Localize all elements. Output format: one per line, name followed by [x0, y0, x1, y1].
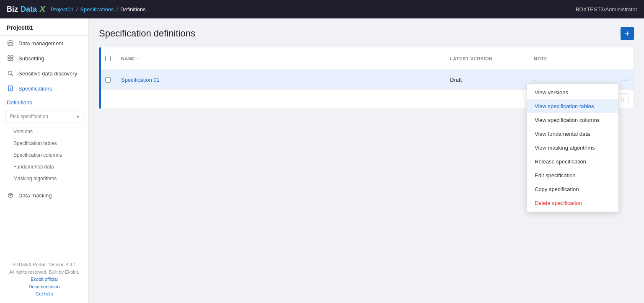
- sidebar-sub-specification-columns[interactable]: Specification columns: [0, 149, 88, 161]
- select-all-checkbox[interactable]: [105, 56, 111, 61]
- logo-x-text: X: [39, 4, 46, 15]
- header-latest-version: LATEST VERSION: [445, 52, 529, 65]
- context-menu-copy-specification[interactable]: Copy specification: [527, 182, 618, 196]
- breadcrumb: Project01 / Specifications / Definitions: [51, 6, 146, 13]
- row-checkbox-cell[interactable]: [99, 73, 116, 87]
- main-content: Specification definitions + NAME ↑ LATES…: [89, 18, 644, 303]
- context-menu-view-masking-algorithms[interactable]: View masking algorithms: [527, 141, 618, 155]
- page-header: Specification definitions +: [99, 27, 634, 40]
- topbar-user: BDXTEST3\Administrator: [576, 6, 637, 13]
- sidebar-item-data-masking[interactable]: Data masking: [0, 188, 88, 203]
- sidebar-item-specifications[interactable]: Specifications: [0, 81, 88, 96]
- topbar-left: BizDataX Project01 / Specifications / De…: [7, 4, 146, 15]
- sidebar-item-subsetting[interactable]: Subsetting: [0, 51, 88, 66]
- mask-icon: [7, 192, 14, 199]
- breadcrumb-project[interactable]: Project01: [51, 6, 74, 13]
- layout: Project01 Data management Subsetting Sen…: [0, 18, 644, 303]
- svg-rect-4: [11, 59, 13, 61]
- sidebar-sub-masking-algorithms[interactable]: Masking algorithms: [0, 173, 88, 184]
- logo-data-text: Data: [21, 5, 37, 14]
- sidebar-sub-versions[interactable]: Versions: [0, 126, 88, 137]
- sidebar-sub-fundamental-data[interactable]: Fundamental data: [0, 161, 88, 173]
- header-checkbox-cell[interactable]: [99, 52, 116, 65]
- sidebar-footer: BizDataX Portal - Version 4.3.1 All righ…: [0, 256, 88, 303]
- svg-line-6: [12, 75, 13, 76]
- svg-point-12: [10, 195, 11, 196]
- row-latest-version: Draft: [445, 73, 529, 87]
- breadcrumb-sep1: /: [76, 6, 78, 13]
- table-header-row: NAME ↑ LATEST VERSION NOTE: [99, 47, 634, 70]
- sidebar-link-help[interactable]: Get help: [7, 290, 82, 298]
- sidebar-label-data-management: Data management: [18, 40, 63, 47]
- table-left-border: [99, 47, 101, 109]
- header-note: NOTE: [529, 52, 613, 65]
- context-menu-view-versions[interactable]: View versions: [527, 85, 618, 99]
- sidebar-link-docs[interactable]: Documentation: [7, 283, 82, 291]
- context-menu-view-fundamental-data[interactable]: View fundamental data: [527, 127, 618, 141]
- page-title: Specification definitions: [99, 28, 195, 39]
- pick-specification-select[interactable]: Pick specification: [5, 111, 83, 122]
- header-actions: [613, 52, 634, 65]
- sidebar-item-sensitive-data-discovery[interactable]: Sensitive data discovery: [0, 66, 88, 81]
- database-icon: [7, 39, 14, 47]
- header-name: NAME ↑: [116, 52, 445, 65]
- logo-biz-text: Biz: [7, 5, 18, 14]
- sidebar-link-ekobit[interactable]: Ekobit official: [7, 276, 82, 283]
- sidebar-label-specifications: Specifications: [18, 85, 52, 92]
- puzzle-icon: [7, 54, 14, 62]
- logo: BizDataX: [7, 4, 46, 15]
- sidebar-item-data-management[interactable]: Data management: [0, 36, 88, 51]
- book-icon: [7, 85, 14, 92]
- context-menu-view-spec-tables[interactable]: View specification tables: [527, 99, 618, 113]
- sidebar-sub-specification-tables[interactable]: Specification tables: [0, 137, 88, 149]
- breadcrumb-current: Definitions: [120, 6, 146, 13]
- row-name[interactable]: Specification 01: [116, 73, 445, 87]
- sidebar-pick-specification-dropdown[interactable]: Pick specification ▼: [5, 111, 83, 122]
- sidebar-rights: All rights reserved. Built by Ekobit.: [7, 269, 82, 276]
- topbar: BizDataX Project01 / Specifications / De…: [0, 0, 644, 18]
- sidebar-label-data-masking: Data masking: [18, 192, 52, 199]
- sidebar: Project01 Data management Subsetting Sen…: [0, 18, 89, 303]
- context-menu-edit-specification[interactable]: Edit specification: [527, 168, 618, 182]
- svg-rect-1: [8, 56, 10, 58]
- context-menu-release-specification[interactable]: Release specification: [527, 155, 618, 168]
- sidebar-label-sensitive-data-discovery: Sensitive data discovery: [18, 70, 77, 77]
- svg-rect-3: [8, 59, 10, 61]
- row-checkbox[interactable]: [105, 77, 111, 83]
- row-actions-button[interactable]: ···: [618, 74, 633, 85]
- context-menu: View versions View specification tables …: [527, 83, 619, 212]
- breadcrumb-sep2: /: [116, 6, 118, 13]
- svg-rect-2: [11, 56, 13, 58]
- context-menu-delete-specification[interactable]: Delete specification: [527, 196, 618, 210]
- context-menu-view-spec-columns[interactable]: View specification columns: [527, 113, 618, 127]
- svg-point-0: [8, 41, 13, 42]
- sidebar-definitions-header[interactable]: Definitions: [0, 96, 88, 109]
- sidebar-label-subsetting: Subsetting: [18, 55, 44, 62]
- sidebar-version: BizDataX Portal - Version 4.3.1: [7, 261, 82, 269]
- sidebar-project-title: Project01: [0, 18, 88, 36]
- breadcrumb-specifications[interactable]: Specifications: [80, 6, 114, 13]
- search-icon: [7, 70, 14, 77]
- add-button[interactable]: +: [621, 27, 634, 40]
